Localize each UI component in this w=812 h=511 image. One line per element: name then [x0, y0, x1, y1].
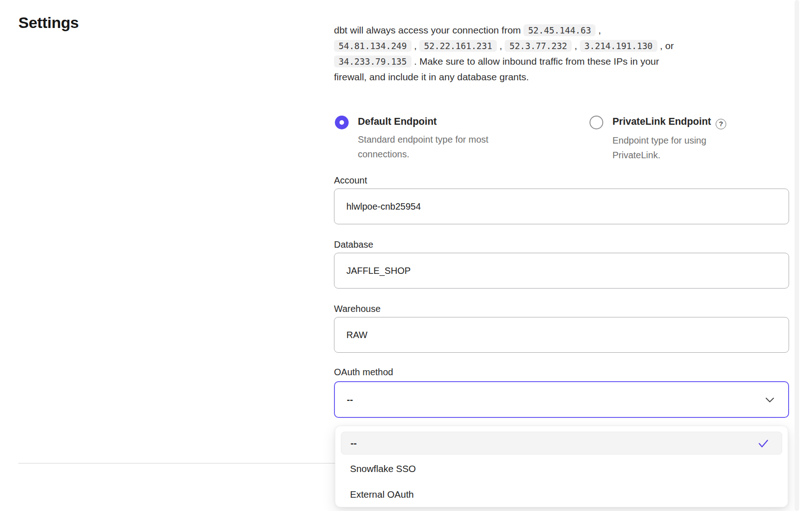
warehouse-label: Warehouse	[334, 304, 381, 314]
dropdown-option-snowflake-sso[interactable]: Snowflake SSO	[341, 457, 782, 480]
dropdown-option-none[interactable]: --	[341, 432, 782, 455]
check-icon	[758, 439, 769, 450]
settings-page: Settings dbt will always access your con…	[0, 0, 812, 511]
oauth-selected-value: --	[347, 394, 765, 405]
intro-text: ,	[595, 25, 601, 35]
intro-text: ,	[412, 40, 420, 51]
ip-address-chip: 3.214.191.130	[580, 40, 657, 52]
warehouse-input[interactable]	[334, 317, 789, 353]
radio-selected-icon[interactable]	[335, 116, 349, 129]
oauth-method-label: OAuth method	[334, 367, 393, 378]
chevron-down-icon	[765, 394, 774, 405]
intro-text: . Make sure to allow inbound traffic fro…	[412, 56, 659, 67]
ip-address-chip: 52.3.77.232	[505, 40, 572, 52]
page-scrollbar[interactable]	[795, 0, 799, 511]
ip-address-chip: 34.233.79.135	[334, 56, 412, 67]
dropdown-option-external-oauth[interactable]: External OAuth	[341, 483, 782, 506]
page-title: Settings	[18, 14, 79, 32]
database-input[interactable]	[334, 253, 789, 289]
account-input[interactable]	[334, 189, 789, 224]
oauth-method-dropdown: -- Snowflake SSO External OAuth	[335, 426, 788, 507]
ip-intro-paragraph: dbt will always access your connection f…	[334, 22, 797, 85]
radio-option-description: Standard endpoint type for most connecti…	[358, 132, 514, 161]
oauth-method-select[interactable]: --	[334, 381, 789, 418]
radio-option-default-endpoint[interactable]: Default Endpoint Standard endpoint type …	[335, 115, 528, 161]
radio-option-description: Endpoint type for using PrivateLink.	[612, 133, 727, 162]
radio-option-label: PrivateLink Endpoint?	[612, 115, 727, 129]
ip-address-chip: 52.22.161.231	[419, 40, 497, 52]
intro-text: ,	[497, 40, 505, 51]
intro-text: firewall, and include it in any database…	[334, 72, 529, 82]
account-label: Account	[334, 175, 367, 186]
intro-text: ,	[572, 40, 580, 51]
ip-address-chip: 52.45.144.63	[523, 24, 595, 36]
intro-text: , or	[657, 40, 674, 51]
radio-unselected-icon[interactable]	[590, 116, 603, 129]
intro-text: dbt will always access your connection f…	[334, 25, 523, 35]
ip-address-chip: 54.81.134.249	[334, 40, 412, 52]
radio-option-privatelink-endpoint[interactable]: PrivateLink Endpoint? Endpoint type for …	[590, 115, 791, 162]
help-icon[interactable]: ?	[716, 119, 726, 129]
database-label: Database	[334, 239, 373, 250]
radio-option-label: Default Endpoint	[358, 115, 514, 128]
